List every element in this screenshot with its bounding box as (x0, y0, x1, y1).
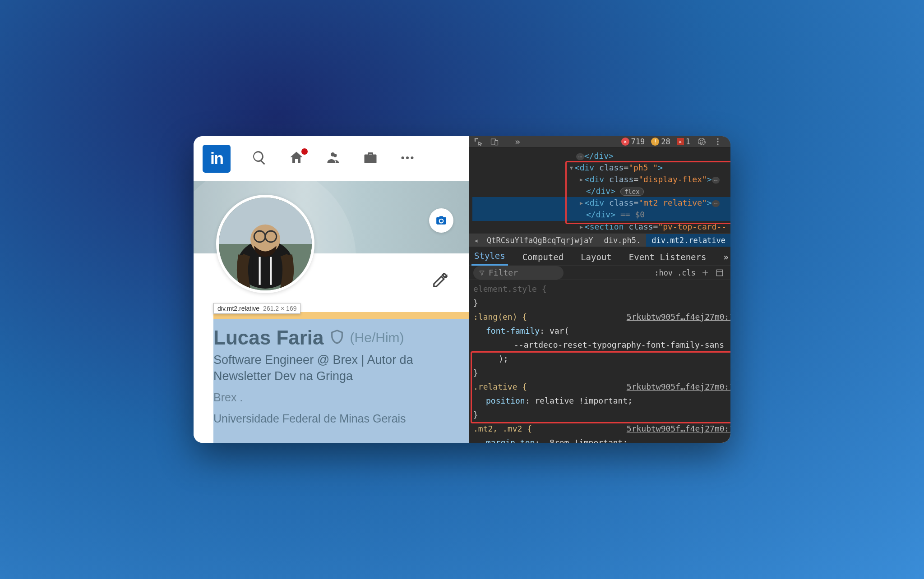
linkedin-logo[interactable]: in (203, 145, 231, 173)
device-toolbar-icon[interactable] (490, 137, 499, 147)
linkedin-navbar: in (194, 136, 469, 181)
elements-panel[interactable]: ⋯</div> ▾<div class="ph5 "> ▸<div class=… (469, 147, 730, 234)
filter-placeholder: Filter (489, 268, 518, 277)
css-rule[interactable]: element.style { (473, 283, 730, 295)
rule-source-link[interactable]: 5rkubtw905f…f4ej27m0:15 (627, 381, 730, 393)
css-rule[interactable]: 5rkubtw905f…f4ej27m0:15 .relative { (473, 381, 730, 393)
avatar[interactable] (216, 195, 314, 293)
svg-point-12 (717, 138, 718, 140)
new-rule-icon[interactable] (700, 268, 710, 278)
svg-rect-15 (716, 270, 722, 276)
edit-cover-button[interactable] (429, 208, 453, 233)
errors-count: 719 (631, 137, 645, 146)
devtools-element-tooltip: div.mt2.relative 261.2 × 169 (213, 303, 300, 314)
pronouns: (He/Him) (350, 330, 404, 345)
linkedin-pane: in (194, 136, 469, 443)
dom-line[interactable]: </div> flex (472, 185, 730, 197)
cls-toggle[interactable]: .cls (677, 268, 696, 277)
profile-headline: Software Engineer @ Brex | Autor da News… (213, 352, 434, 385)
dom-line[interactable]: ▸<div class="display-flex">⋯ (472, 174, 730, 185)
css-declaration[interactable]: ); (473, 353, 730, 365)
breadcrumb-left-arrow[interactable]: ◂ (471, 236, 481, 245)
dom-line-selected[interactable]: ▸<div class="mt2 relative">⋯ (472, 197, 730, 209)
issues-badge[interactable]: ✕ 1 (677, 137, 690, 146)
profile-name: Lucas Faria (213, 326, 324, 349)
breadcrumb-item[interactable]: div.ph5. (598, 234, 646, 247)
tab-more[interactable]: » (721, 248, 730, 266)
css-declaration[interactable]: margin-top: .8rem !important; (473, 437, 730, 443)
css-rule[interactable]: 5rkubtw905f…f4ej27m0:15 .mt2, .mv2 { (473, 423, 730, 435)
warnings-badge[interactable]: ! 28 (651, 137, 670, 146)
devtools-toolbar: » ✕ 719 ! 28 ✕ 1 (469, 136, 730, 147)
css-declaration[interactable]: font-family: var( (473, 325, 730, 337)
tab-styles[interactable]: Styles (471, 247, 508, 266)
dom-line-selected[interactable]: </div> == $0 (472, 209, 730, 221)
styles-filter-bar: Filter :hov .cls (469, 266, 730, 280)
split-window: in (194, 136, 730, 443)
css-rule[interactable]: } (473, 297, 730, 309)
computed-styles-icon[interactable] (715, 268, 725, 278)
ellipsis-icon: ⋯ (576, 153, 584, 160)
tooltip-selector: div.mt2.relative (217, 305, 259, 312)
network-icon[interactable] (325, 150, 342, 168)
svg-rect-9 (252, 257, 278, 285)
errors-badge[interactable]: ✕ 719 (621, 137, 645, 146)
styles-tabs: Styles Computed Layout Event Listeners » (469, 247, 730, 266)
css-declaration[interactable]: --artdeco-reset-typography-font-family-s… (473, 339, 730, 351)
svg-point-2 (411, 156, 414, 159)
tab-computed[interactable]: Computed (520, 248, 567, 266)
devtools-pane: » ✕ 719 ! 28 ✕ 1 ⋯</div> ▾<div cla (469, 136, 730, 443)
sidebar-toggle-icon[interactable] (729, 268, 730, 278)
filter-input[interactable]: Filter (473, 266, 564, 280)
more-icon[interactable] (399, 150, 416, 168)
ellipsis-icon: ⋯ (712, 177, 720, 184)
breadcrumb-item[interactable]: QtRCsuYlfaQgBcqTqrjwjaY (481, 234, 598, 247)
filter-icon (479, 270, 485, 276)
edit-profile-button[interactable] (432, 271, 449, 290)
verified-icon (329, 329, 345, 346)
jobs-icon[interactable] (362, 150, 379, 168)
breadcrumb-item-active[interactable]: div.mt2.relative (646, 234, 730, 247)
notification-badge (300, 147, 309, 156)
ellipsis-icon: ⋯ (712, 200, 720, 207)
issue-icon: ✕ (677, 138, 684, 145)
home-icon[interactable] (288, 150, 305, 168)
warnings-count: 28 (661, 137, 670, 146)
rule-source-link[interactable]: 5rkubtw905f…f4ej27m0:18 (627, 311, 730, 323)
flex-badge[interactable]: flex (620, 188, 644, 196)
warning-icon: ! (651, 138, 659, 146)
issues-count: 1 (686, 137, 690, 146)
kebab-icon[interactable] (713, 137, 723, 147)
more-tabs-icon[interactable]: » (513, 137, 522, 147)
tab-event-listeners[interactable]: Event Listeners (626, 248, 709, 266)
dom-line[interactable]: ▾<div class="ph5 "> (472, 162, 730, 174)
svg-point-1 (406, 156, 409, 159)
rule-source-link[interactable]: 5rkubtw905f…f4ej27m0:15 (627, 423, 730, 435)
svg-point-14 (717, 143, 718, 145)
styles-panel[interactable]: element.style { } 5rkubtw905f…f4ej27m0:1… (469, 280, 730, 443)
tab-layout[interactable]: Layout (578, 248, 614, 266)
tooltip-dimensions: 261.2 × 169 (263, 305, 296, 312)
css-declaration[interactable]: position: relative !important; (473, 395, 730, 407)
eq0-marker: == $0 (620, 210, 645, 219)
profile-area: div.mt2.relative 261.2 × 169 Lucas Faria… (194, 181, 469, 443)
svg-point-13 (717, 141, 718, 142)
search-icon[interactable] (251, 150, 268, 168)
css-rule[interactable]: 5rkubtw905f…f4ej27m0:18 :lang(en) { (473, 311, 730, 323)
profile-company: Brex . (213, 391, 460, 404)
inspect-icon[interactable] (473, 137, 483, 147)
svg-point-0 (402, 156, 404, 159)
dom-line[interactable]: ▸<section class="pv-top-card-- (472, 221, 730, 233)
svg-rect-11 (495, 141, 498, 145)
profile-school: Universidade Federal de Minas Gerais (213, 412, 460, 425)
hov-toggle[interactable]: :hov (654, 268, 673, 277)
close-icon[interactable] (729, 137, 730, 147)
breadcrumb: ◂ QtRCsuYlfaQgBcqTqrjwjaY div.ph5. div.m… (469, 234, 730, 247)
profile-info-block: Lucas Faria (He/Him) Software Engineer @… (213, 319, 469, 443)
css-rule[interactable]: } (473, 409, 730, 421)
settings-icon[interactable] (697, 137, 707, 147)
error-icon: ✕ (621, 138, 629, 146)
dom-line[interactable]: ⋯</div> (472, 150, 730, 162)
css-rule[interactable]: } (473, 367, 730, 379)
